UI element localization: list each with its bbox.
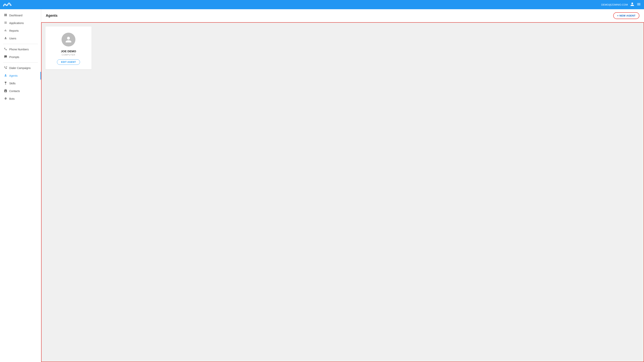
sidebar-item-reports[interactable]: Reports [0, 27, 41, 35]
chat-icon [4, 55, 7, 59]
sidebar-item-dashboard[interactable]: Dashboard [0, 11, 41, 19]
sidebar-item-label: Contacts [9, 90, 20, 93]
user-icon [4, 36, 7, 40]
trophy-icon [4, 81, 7, 85]
sidebar-item-label: Agents [9, 74, 18, 77]
bot-icon [4, 97, 7, 101]
sidebar-item-agents[interactable]: Agents [0, 72, 41, 80]
contacts-icon [4, 89, 7, 93]
phone-out-icon [4, 66, 7, 70]
main-content: Agents + NEW AGENT JOE DEMO COMPUTER EDI… [41, 9, 644, 362]
agent-name: JOE DEMO [61, 50, 76, 53]
user-avatar-icon[interactable] [630, 2, 634, 7]
content-area: JOE DEMO COMPUTER EDIT AGENT [41, 22, 644, 362]
sidebar-item-phone-numbers[interactable]: Phone Numbers [0, 45, 41, 53]
sidebar-item-contacts[interactable]: Contacts [0, 87, 41, 95]
header-right: DEMO@ZOMNIO.COM [601, 2, 641, 7]
sidebar: Dashboard Applications Reports Users [0, 9, 41, 362]
sidebar-item-label: Bots [9, 97, 14, 100]
top-header: DEMO@ZOMNIO.COM [0, 0, 644, 9]
sidebar-item-prompts[interactable]: Prompts [0, 53, 41, 61]
user-email: DEMO@ZOMNIO.COM [601, 3, 628, 6]
sidebar-item-bots[interactable]: Bots [0, 95, 41, 103]
sidebar-item-label: Skills [9, 82, 16, 85]
sidebar-item-label: Prompts [9, 55, 19, 59]
edit-agent-button[interactable]: EDIT AGENT [57, 59, 80, 65]
sidebar-divider-2 [3, 62, 38, 63]
sidebar-item-label: Phone Numbers [9, 48, 29, 51]
agent-avatar [62, 33, 76, 46]
logo-area [3, 2, 12, 7]
page-title: Agents [46, 14, 58, 18]
sidebar-item-applications[interactable]: Applications [0, 19, 41, 27]
agent-type: COMPUTER [62, 54, 76, 56]
apps-icon [4, 21, 7, 25]
sidebar-item-label: Applications [9, 21, 24, 25]
agent-card: JOE DEMO COMPUTER EDIT AGENT [46, 26, 92, 69]
new-agent-button[interactable]: + NEW AGENT [613, 12, 640, 19]
sidebar-item-users[interactable]: Users [0, 35, 41, 42]
sidebar-item-dialer-campaigns[interactable]: Dialer Campaigns [0, 64, 41, 72]
sidebar-item-label: Dialer Campaigns [9, 66, 30, 70]
person-icon [4, 74, 7, 78]
bar-chart-icon [4, 29, 7, 33]
sidebar-divider-1 [3, 44, 38, 44]
page-header: Agents + NEW AGENT [41, 9, 644, 22]
sidebar-item-label: Reports [9, 29, 19, 32]
hamburger-icon[interactable] [637, 2, 641, 7]
sidebar-item-label: Dashboard [9, 14, 22, 17]
sidebar-item-skills[interactable]: Skills [0, 80, 41, 87]
app-body: Dashboard Applications Reports Users [0, 9, 644, 362]
agents-grid: JOE DEMO COMPUTER EDIT AGENT [46, 26, 640, 69]
sidebar-item-label: Users [9, 37, 16, 40]
logo-icon [3, 2, 12, 7]
phone-icon [4, 47, 7, 51]
grid-icon [4, 13, 7, 17]
